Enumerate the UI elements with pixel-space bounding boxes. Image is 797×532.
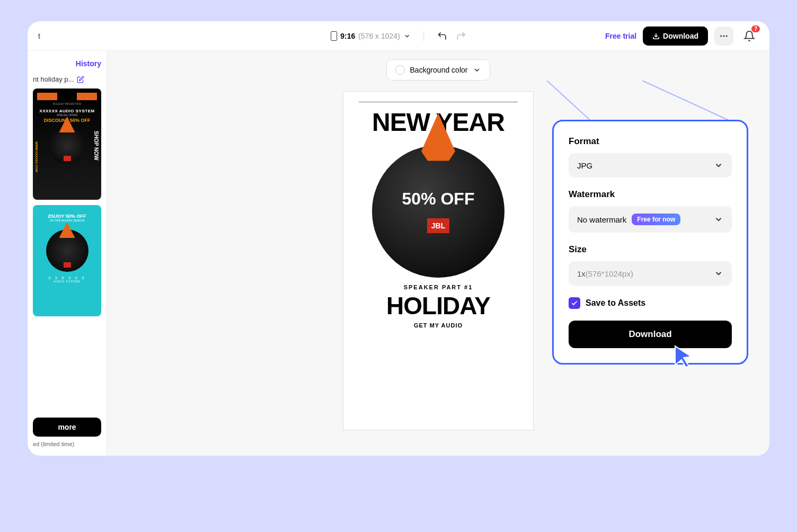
chevron-down-icon	[403, 32, 411, 40]
more-icon	[719, 31, 729, 41]
preview-speaker: 50% OFF JBL	[372, 145, 504, 278]
svg-point-2	[723, 35, 725, 37]
more-button[interactable]: more	[33, 418, 101, 437]
color-swatch	[395, 65, 405, 75]
svg-point-1	[720, 35, 722, 37]
preview-brand: JBL	[427, 218, 449, 233]
check-icon	[571, 299, 578, 307]
project-name-row: nt holiday p...	[33, 75, 101, 83]
dimensions: (576 x 1024)	[358, 32, 400, 40]
sidebar: History nt holiday p... HOLIDAY PROMOTIO…	[28, 51, 107, 456]
format-select[interactable]: JPG	[569, 153, 732, 178]
export-panel: Format JPG Watermark No watermark Free f…	[552, 120, 748, 365]
notification-count: 7	[751, 25, 760, 32]
background-color-button[interactable]: Background color	[386, 59, 491, 81]
svg-point-3	[726, 35, 728, 37]
save-assets-row[interactable]: Save to Assets	[569, 297, 732, 309]
chevron-down-icon	[714, 161, 723, 170]
main-area: History nt holiday p... HOLIDAY PROMOTIO…	[28, 51, 769, 456]
bg-color-label: Background color	[410, 66, 468, 74]
free-for-now-badge: Free for now	[632, 214, 680, 225]
design-preview[interactable]: NEW YEAR 50% OFF JBL SPEAKER PART #1 HOL…	[343, 91, 534, 430]
chevron-down-icon	[714, 269, 723, 278]
format-label: Format	[569, 136, 732, 147]
aspect-ratio: 9:16	[340, 32, 355, 40]
truncated-left: t	[38, 32, 40, 40]
variant-thumbnail-1[interactable]: HOLIDAY PROMOTION XXXXXX AUDIO SYSTEM SP…	[33, 88, 101, 200]
limited-time-text: ed (limited time)	[33, 441, 101, 447]
redo-icon	[456, 31, 466, 41]
size-label: Size	[569, 244, 732, 255]
checkbox-checked[interactable]	[569, 297, 580, 309]
preview-cta: GET MY AUDIO	[414, 322, 463, 329]
download-label: Download	[663, 32, 698, 40]
project-name: nt holiday p...	[33, 75, 74, 83]
topbar-center: 9:16 (576 x 1024)	[331, 31, 466, 41]
edit-icon[interactable]	[77, 76, 84, 83]
download-icon	[652, 32, 660, 40]
cursor-pointer-icon	[671, 344, 696, 369]
history-tab[interactable]: History	[33, 59, 101, 68]
format-value: JPG	[577, 161, 592, 170]
chevron-down-icon	[473, 66, 481, 74]
download-button-top[interactable]: Download	[643, 26, 708, 46]
watermark-value: No watermark	[577, 215, 626, 224]
redo-button[interactable]	[456, 31, 466, 41]
chevron-down-icon	[714, 215, 723, 224]
phone-icon	[331, 31, 337, 41]
preview-subtitle: SPEAKER PART #1	[404, 284, 473, 290]
topbar: t 9:16 (576 x 1024) Free trial Down	[28, 21, 769, 51]
notifications-button[interactable]: 7	[740, 26, 759, 46]
history-controls	[423, 31, 466, 41]
save-assets-label: Save to Assets	[586, 298, 645, 308]
app-frame: t 9:16 (576 x 1024) Free trial Down	[28, 21, 769, 456]
preview-top-line	[359, 101, 518, 103]
undo-icon	[437, 31, 447, 41]
preview-discount: 50% OFF	[402, 189, 475, 209]
topbar-right: Free trial Download 7	[605, 26, 759, 46]
watermark-select[interactable]: No watermark Free for now	[569, 206, 732, 233]
download-button-main[interactable]: Download	[569, 321, 732, 348]
variant-thumbnail-2[interactable]: ENJOY 50% OFF ON THIS HOLIDAY SEASON X X…	[33, 205, 101, 316]
more-menu-button[interactable]	[714, 26, 733, 46]
free-trial-link[interactable]: Free trial	[605, 32, 636, 40]
preview-holiday: HOLIDAY	[386, 291, 490, 320]
size-select[interactable]: 1x(576*1024px)	[569, 261, 732, 286]
aspect-ratio-selector[interactable]: 9:16 (576 x 1024)	[331, 31, 411, 41]
size-multiplier: 1x	[577, 269, 586, 278]
size-px: (576*1024px)	[586, 269, 633, 278]
undo-button[interactable]	[437, 31, 447, 41]
watermark-label: Watermark	[569, 189, 732, 200]
